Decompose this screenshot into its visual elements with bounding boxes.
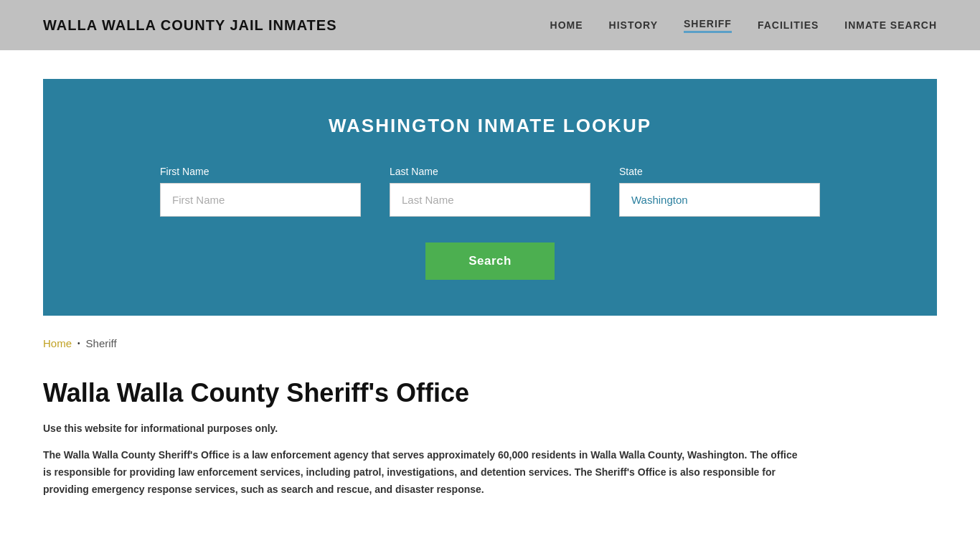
main-content: Walla Walla County Sheriff's Office Use …	[0, 364, 980, 541]
last-name-label: Last Name	[390, 166, 438, 177]
last-name-input[interactable]	[390, 183, 590, 217]
site-header: WALLA WALLA COUNTY JAIL INMATES HOME HIS…	[0, 0, 980, 50]
disclaimer-text: Use this website for informational purpo…	[43, 423, 937, 434]
first-name-input[interactable]	[160, 183, 361, 217]
main-nav: HOME HISTORY SHERIFF FACILITIES INMATE S…	[550, 18, 937, 33]
first-name-label: First Name	[160, 166, 209, 177]
site-title: WALLA WALLA COUNTY JAIL INMATES	[43, 17, 337, 34]
last-name-group: Last Name	[390, 166, 590, 217]
breadcrumb-current: Sheriff	[86, 337, 117, 349]
state-group: State	[619, 166, 820, 217]
state-label: State	[619, 166, 643, 177]
search-button[interactable]: Search	[425, 242, 555, 280]
breadcrumb-home[interactable]: Home	[43, 337, 72, 349]
nav-home[interactable]: HOME	[550, 19, 583, 31]
search-panel: WASHINGTON INMATE LOOKUP First Name Last…	[43, 79, 937, 316]
page-title: Walla Walla County Sheriff's Office	[43, 378, 937, 408]
description-text: The Walla Walla County Sheriff's Office …	[43, 447, 804, 498]
breadcrumb-separator: •	[77, 339, 80, 347]
nav-facilities[interactable]: FACILITIES	[758, 19, 819, 31]
nav-history[interactable]: HISTORY	[609, 19, 658, 31]
breadcrumb: Home • Sheriff	[0, 316, 980, 364]
nav-sheriff[interactable]: SHERIFF	[684, 18, 732, 33]
nav-inmate-search[interactable]: INMATE SEARCH	[844, 19, 937, 31]
search-panel-heading: WASHINGTON INMATE LOOKUP	[86, 115, 894, 137]
first-name-group: First Name	[160, 166, 361, 217]
state-input[interactable]	[619, 183, 820, 217]
search-fields: First Name Last Name State	[86, 166, 894, 217]
